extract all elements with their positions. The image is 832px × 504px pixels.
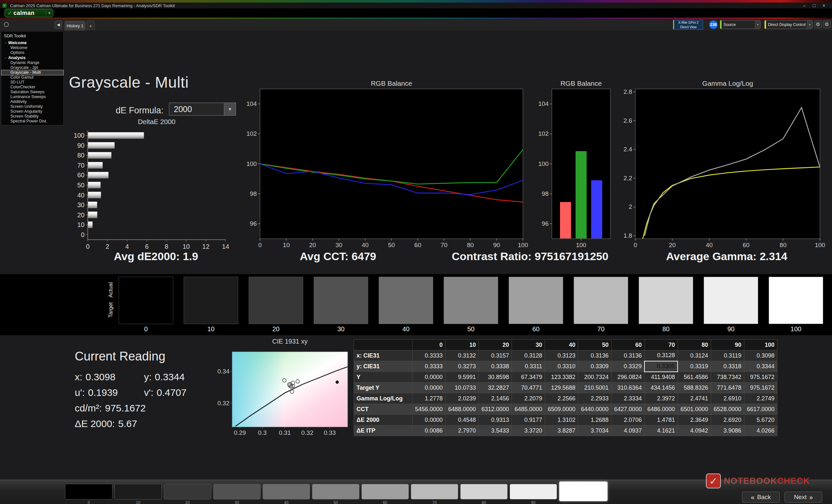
cell: 0.3344 <box>744 361 777 372</box>
sidebar-item-additivity[interactable]: Additivity <box>1 100 63 104</box>
svg-text:30: 30 <box>77 201 84 208</box>
sidebar-item-welcome[interactable]: Welcome <box>1 46 63 50</box>
column-header-60: 60 <box>611 340 645 351</box>
cell: 2.0706 <box>611 415 645 425</box>
sidebar-item-spectral-power-dist[interactable]: Spectral Power Dist. <box>1 119 63 124</box>
cell: 0.3310 <box>545 361 578 372</box>
svg-text:10: 10 <box>283 242 290 248</box>
de-formula-label: dE Formula: <box>116 104 163 117</box>
next-arrow-icon: » <box>809 494 813 501</box>
sidebar-item-screen-stability[interactable]: Screen Stability <box>1 114 63 119</box>
meter-count-badge[interactable]: 238 <box>709 21 718 29</box>
level-button-20[interactable] <box>164 484 211 500</box>
close-button[interactable]: × <box>819 3 829 8</box>
cd-value: 975.1672 <box>105 403 146 413</box>
sidebar-item-3d-lut[interactable]: 3D LUT <box>1 80 63 85</box>
source-dropdown[interactable]: Source ▾ <box>720 20 760 29</box>
minimize-button[interactable]: – <box>800 3 809 8</box>
calman-check-icon: ✓ <box>7 10 12 17</box>
level-button-90[interactable] <box>510 484 557 500</box>
svg-text:80: 80 <box>467 242 474 248</box>
cell: 0.9313 <box>479 415 512 425</box>
tab-bar: ◀ History 1 + X-Rite i1Pro 2 Direct View… <box>0 19 832 30</box>
svg-text:60: 60 <box>414 242 421 248</box>
svg-text:80: 80 <box>780 242 786 248</box>
cell: 3.9086 <box>711 425 744 436</box>
grayscale-swatch-60 <box>509 277 563 324</box>
row-label: Target Y <box>354 383 412 393</box>
cell: 411.9408 <box>645 372 678 383</box>
tab-history-1[interactable]: History 1 <box>65 21 85 30</box>
level-button-100[interactable] <box>559 481 608 501</box>
display-control-dropdown-label: Direct Display Control <box>766 22 807 27</box>
display-control-dropdown[interactable]: Direct Display Control ▾ <box>764 20 812 29</box>
cell: 0.3136 <box>578 351 611 361</box>
level-button-0[interactable] <box>65 484 112 500</box>
next-button-label: Next <box>794 494 807 501</box>
sidebar-item-screen-uniformity[interactable]: Screen Uniformity <box>1 104 63 109</box>
row-label: x: CIE31 <box>354 351 412 361</box>
cell: 70.4771 <box>512 383 545 393</box>
level-button-30[interactable] <box>213 484 261 500</box>
svg-text:0: 0 <box>634 242 637 248</box>
cell: 975.1672 <box>744 372 777 383</box>
sidebar-item-dynamic-range[interactable]: Dynamic Range <box>1 60 63 65</box>
sidebar-item-saturation-sweeps[interactable]: Saturation Sweeps <box>1 90 63 94</box>
settings-gear-icon-2[interactable]: ⚙ <box>823 21 831 28</box>
sidebar-item-options[interactable]: Options <box>1 50 63 55</box>
sidebar-item-grayscale-2pt[interactable]: Grayscale - 2pt <box>1 65 63 70</box>
column-header-30: 30 <box>512 340 545 351</box>
sidebar-item-screen-angularity[interactable]: Screen Angularity <box>1 109 63 114</box>
current-reading-title: Current Reading <box>75 349 231 363</box>
sidebar-section-analysis[interactable]: –Analysis <box>1 55 63 60</box>
cell: 6509.0000 <box>545 404 578 415</box>
svg-text:10: 10 <box>183 243 190 250</box>
svg-text:40: 40 <box>77 192 84 199</box>
de-formula-dropdown[interactable]: 2000 ▾ <box>169 103 236 116</box>
table-header-row: 0102030405060708090100 <box>354 340 777 351</box>
svg-text:6: 6 <box>145 243 149 250</box>
back-button[interactable]: « Back <box>742 492 780 503</box>
sidebar-collapse-button[interactable]: ◀ <box>55 21 62 29</box>
level-button-40[interactable] <box>263 484 310 500</box>
level-button-10[interactable] <box>114 484 162 500</box>
level-button-70[interactable] <box>411 484 458 500</box>
level-button-50[interactable] <box>312 484 360 500</box>
reading-luminance-row: cd/m²:975.1672 <box>75 403 146 414</box>
svg-text:100: 100 <box>246 161 257 167</box>
grayscale-swatch-20 <box>249 277 303 324</box>
cell: 67.3479 <box>512 372 545 383</box>
sidebar-item-color-gamut[interactable]: Color Gamut <box>1 75 63 80</box>
add-tab-button[interactable]: + <box>87 21 95 30</box>
cell: 0.0086 <box>412 425 446 436</box>
level-button-80[interactable] <box>460 484 508 500</box>
page-title: Grayscale - Multi <box>69 74 189 91</box>
reading-uv-row: u':0.1939 v':0.4707 <box>75 387 118 398</box>
cell: 738.7342 <box>711 372 744 383</box>
next-button[interactable]: Next » <box>784 492 822 503</box>
sidebar-section-welcome[interactable]: –Welcome <box>1 40 63 46</box>
cell: 0.3157 <box>479 351 512 361</box>
cell: 4.0937 <box>611 425 645 436</box>
de-label: ΔE 2000: <box>75 418 115 429</box>
level-button-label-80: 80 <box>460 500 508 504</box>
menubar: ✓ calman ▾ <box>0 8 832 18</box>
settings-gear-icon[interactable]: ⚙ <box>814 21 822 28</box>
level-button-60[interactable] <box>361 484 409 500</box>
cell: 6488.0000 <box>446 404 479 415</box>
selected-cell[interactable]: 0.3305 <box>645 361 678 372</box>
sidebar-item-luminance-sweeps[interactable]: Luminance Sweeps <box>1 94 63 100</box>
cell: 2.0239 <box>446 393 479 404</box>
sidebar-item-grayscale-multi[interactable]: Grayscale - Multi <box>1 70 63 75</box>
cell: 0.3098 <box>744 351 777 361</box>
maximize-button[interactable]: □ <box>809 3 819 8</box>
svg-text:1.8: 1.8 <box>624 232 632 239</box>
sidebar-item-colorchecker[interactable]: ColorChecker <box>1 85 63 90</box>
cell: 5456.0000 <box>412 404 446 415</box>
svg-text:2.6: 2.6 <box>624 117 632 124</box>
calman-menu-button[interactable]: ✓ calman ▾ <box>4 9 53 17</box>
swatch-label-100: 100 <box>769 326 823 333</box>
svg-text:100: 100 <box>74 132 84 139</box>
meter-button[interactable]: X-Rite i1Pro 2 Direct View <box>673 20 703 30</box>
session-circle-icon[interactable] <box>4 22 9 27</box>
